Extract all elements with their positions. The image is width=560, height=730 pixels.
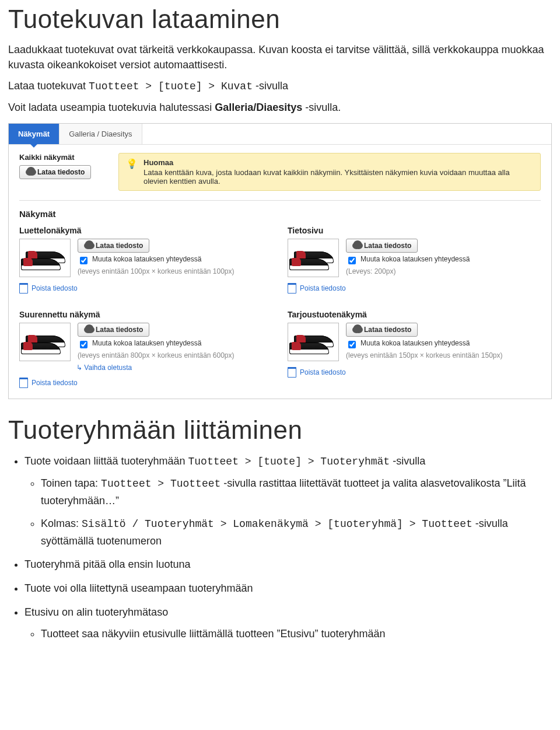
resize-checkbox[interactable]: [348, 257, 356, 264]
trash-icon: [288, 283, 296, 294]
cloud-icon: [26, 169, 34, 176]
intro-paragraph-1: Laadukkaat tuotekuvat ovat tärkeitä verk…: [8, 42, 552, 72]
thumbnail: [288, 239, 339, 277]
text: Etusivu on alin tuoteryhmätaso: [24, 606, 168, 618]
resize-label: Muuta kokoa latauksen yhteydessä: [360, 339, 470, 347]
trash-icon: [288, 367, 296, 378]
cloud-icon: [84, 326, 92, 333]
admin-screenshot: Näkymät Galleria / Diaesitys Kaikki näky…: [8, 123, 552, 399]
dimensions-hint: (Leveys: 200px): [346, 267, 533, 277]
delete-file-link[interactable]: Poista tiedosto: [19, 378, 264, 388]
list-item: Kolmas: Sisältö / Tuoteryhmät > Lomakenä…: [41, 515, 552, 550]
dimensions-hint: (leveys enintään 800px × korkeus enintää…: [78, 351, 264, 361]
resize-label: Muuta kokoa latauksen yhteydessä: [360, 255, 470, 263]
lightbulb-icon: 💡: [126, 158, 138, 169]
text: -sivulla: [390, 455, 425, 467]
resize-label: Muuta kokoa latauksen yhteydessä: [92, 339, 201, 347]
view-title: Tietosivu: [288, 226, 533, 235]
delete-file-link[interactable]: Poista tiedosto: [19, 283, 264, 294]
page-title-1: Tuotekuvan lataaminen: [8, 5, 552, 34]
upload-button[interactable]: Lataa tiedosto: [346, 323, 418, 337]
tab-bar: Näkymät Galleria / Diaesitys: [9, 124, 551, 145]
all-views-title: Kaikki näkymät: [19, 153, 107, 162]
thumbnail: [19, 239, 71, 277]
delete-label: Poista tiedosto: [32, 284, 78, 292]
view-luettelonakyma: Luettelonäkymä Lataa tiedosto Muuta koko…: [19, 226, 264, 294]
thumbnail: [19, 323, 71, 361]
view-tarjoustuote: Tarjoustuotenäkymä Lataa tiedosto Muuta …: [288, 310, 533, 388]
resize-checkbox[interactable]: [80, 341, 88, 348]
views-section-title: Näkymät: [19, 209, 541, 219]
notice-body: Lataa kenttään kuva, josta luodaan kuvat…: [144, 168, 510, 186]
list-item: Tuote voi olla liitettynä useampaan tuot…: [24, 580, 552, 597]
list-item: Toinen tapa: Tuotteet > Tuotteet -sivull…: [41, 475, 552, 509]
cloud-icon: [352, 326, 360, 333]
upload-button[interactable]: Lataa tiedosto: [78, 239, 149, 253]
path-kuvat: Tuotteet > [tuote] > Kuvat: [89, 81, 253, 92]
page-title-2: Tuoteryhmään liittäminen: [8, 415, 552, 445]
view-title: Suurennettu näkymä: [19, 310, 264, 319]
dimensions-hint: (leveys enintään 100px × korkeus enintää…: [78, 267, 264, 277]
cloud-icon: [84, 242, 92, 249]
list-item: Tuotteet saa näkyviin etusivulle liittäm…: [41, 626, 552, 642]
bullet-list: Tuote voidaan liittää tuoteryhmään Tuott…: [8, 453, 552, 642]
path-tuoteryhmat: Tuotteet > [tuote] > Tuoteryhmät: [188, 456, 390, 467]
trash-icon: [19, 378, 28, 388]
galleria-label: Galleria/Diaesitys: [215, 102, 302, 113]
tab-nakymat[interactable]: Näkymät: [9, 124, 60, 144]
resize-label: Muuta kokoa latauksen yhteydessä: [92, 255, 201, 263]
text: Voit ladata useampia tuotekuvia halutess…: [8, 102, 215, 113]
text: Tuote voidaan liittää tuoteryhmään: [24, 455, 188, 467]
path-tuotteet: Tuotteet > Tuotteet: [101, 478, 220, 490]
trash-icon: [19, 283, 28, 294]
divider: [19, 200, 541, 201]
upload-label: Lataa tiedosto: [96, 326, 143, 334]
upload-button[interactable]: Lataa tiedosto: [346, 239, 418, 253]
delete-file-link[interactable]: Poista tiedosto: [288, 367, 533, 378]
upload-label: Lataa tiedosto: [364, 242, 411, 250]
delete-label: Poista tiedosto: [300, 368, 346, 376]
upload-label: Lataa tiedosto: [364, 326, 411, 334]
text: -sivulla.: [302, 102, 341, 113]
upload-all-label: Lataa tiedosto: [37, 168, 85, 176]
all-views-block: Kaikki näkymät Lataa tiedosto: [19, 153, 107, 179]
view-title: Luettelonäkymä: [19, 226, 264, 235]
delete-file-link[interactable]: Poista tiedosto: [288, 283, 533, 294]
text: Kolmas:: [41, 518, 82, 529]
view-suurennettu: Suurennettu näkymä Lataa tiedosto Muuta …: [19, 310, 264, 388]
text: Toinen tapa:: [41, 477, 101, 489]
upload-label: Lataa tiedosto: [96, 242, 143, 250]
list-item: Etusivu on alin tuoteryhmätaso Tuotteet …: [24, 604, 552, 642]
upload-all-button[interactable]: Lataa tiedosto: [19, 165, 91, 179]
view-tietosivu: Tietosivu Lataa tiedosto Muuta kokoa lat…: [288, 226, 533, 294]
path-sisalto: Sisältö / Tuoteryhmät > Lomakenäkymä > […: [82, 518, 473, 530]
thumbnail: [288, 323, 339, 361]
info-notice: 💡 Huomaa Lataa kenttään kuva, josta luod…: [118, 153, 541, 191]
resize-checkbox[interactable]: [348, 341, 356, 348]
delete-label: Poista tiedosto: [32, 379, 78, 387]
intro-paragraph-3: Voit ladata useampia tuotekuvia halutess…: [8, 100, 552, 115]
dimensions-hint: (leveys enintään 150px × korkeus enintää…: [346, 351, 533, 361]
list-item: Tuote voidaan liittää tuoteryhmään Tuott…: [24, 453, 552, 549]
resize-checkbox[interactable]: [80, 257, 88, 264]
cloud-icon: [352, 242, 360, 249]
swap-default-link[interactable]: Vaihda oletusta: [76, 364, 264, 372]
delete-label: Poista tiedosto: [300, 284, 346, 292]
upload-button[interactable]: Lataa tiedosto: [78, 323, 149, 337]
tab-galleria[interactable]: Galleria / Diaesitys: [60, 124, 142, 144]
view-title: Tarjoustuotenäkymä: [288, 310, 533, 319]
text: -sivulla: [253, 80, 288, 92]
notice-title: Huomaa: [144, 158, 533, 167]
intro-paragraph-2: Lataa tuotekuvat Tuotteet > [tuote] > Ku…: [8, 78, 552, 94]
text: Lataa tuotekuvat: [8, 80, 89, 92]
list-item: Tuoteryhmä pitää olla ensin luotuna: [24, 556, 552, 573]
